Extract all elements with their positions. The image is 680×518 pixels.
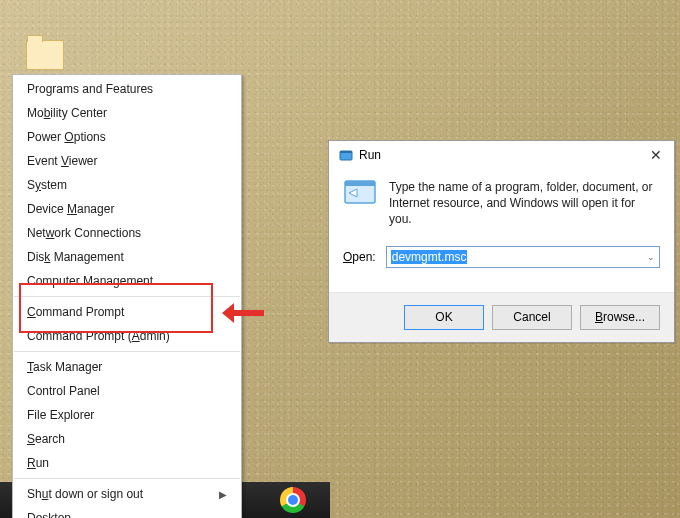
run-message: Type the name of a program, folder, docu… [389,179,660,228]
menu-control-panel[interactable]: Control Panel [13,379,241,403]
menu-network-connections[interactable]: Network Connections [13,221,241,245]
menu-power-options[interactable]: Power Options [13,125,241,149]
menu-separator [14,478,240,479]
run-dialog: Run ✕ Type the name of a program, folder… [328,140,675,343]
cancel-button[interactable]: Cancel [492,305,572,330]
menu-search[interactable]: Search [13,427,241,451]
menu-command-prompt-admin[interactable]: Command Prompt (Admin) [13,324,241,348]
run-titlebar: Run ✕ [329,141,674,169]
menu-command-prompt[interactable]: Command Prompt [13,300,241,324]
open-combobox[interactable]: devmgmt.msc ⌄ [386,246,660,268]
submenu-arrow-icon: ▶ [219,489,227,500]
run-title-icon [339,148,353,162]
menu-task-manager[interactable]: Task Manager [13,355,241,379]
dropdown-icon: ⌄ [647,252,655,262]
svg-rect-3 [345,181,375,186]
menu-event-viewer[interactable]: Event Viewer [13,149,241,173]
menu-device-manager[interactable]: Device Manager [13,197,241,221]
browse-button[interactable]: Browse... [580,305,660,330]
menu-mobility-center[interactable]: Mobility Center [13,101,241,125]
menu-system[interactable]: System [13,173,241,197]
menu-disk-management[interactable]: Disk Management [13,245,241,269]
run-app-icon [343,179,377,205]
menu-run[interactable]: Run [13,451,241,475]
menu-computer-management[interactable]: Computer Management [13,269,241,293]
desktop-folder-icon[interactable] [26,40,64,70]
run-title: Run [359,148,381,162]
menu-file-explorer[interactable]: File Explorer [13,403,241,427]
menu-desktop[interactable]: Desktop [13,506,241,518]
winx-context-menu: Programs and Features Mobility Center Po… [12,74,242,518]
open-label: Open: [343,250,376,264]
menu-shutdown[interactable]: Shut down or sign out▶ [13,482,241,506]
close-button[interactable]: ✕ [646,147,666,163]
svg-rect-1 [340,151,352,153]
open-value: devmgmt.msc [391,250,468,264]
annotation-arrow-icon [222,303,264,323]
chrome-taskbar-icon[interactable] [280,487,306,513]
ok-button[interactable]: OK [404,305,484,330]
menu-separator [14,351,240,352]
menu-separator [14,296,240,297]
menu-programs-features[interactable]: Programs and Features [13,77,241,101]
